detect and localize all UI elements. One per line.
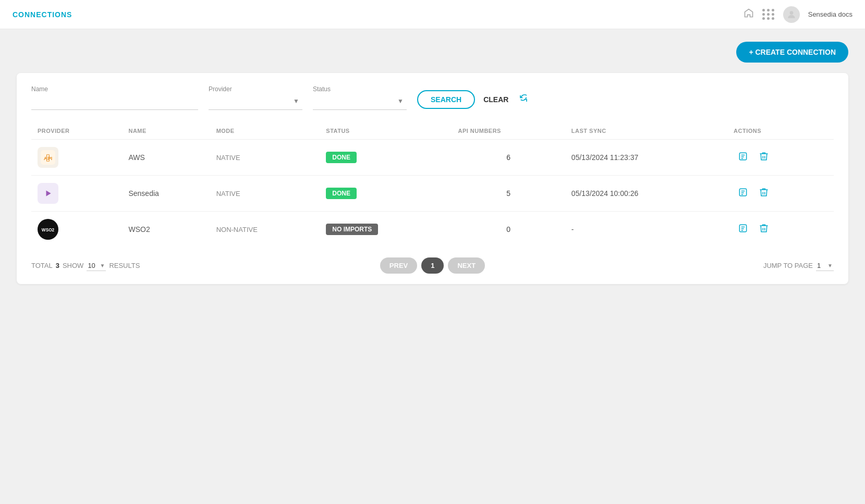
status-filter-label: Status [313, 85, 407, 93]
show-label: SHOW [63, 262, 83, 269]
show-select[interactable]: 10 25 50 [87, 261, 106, 271]
status-badge: DONE [326, 188, 357, 199]
table-header: PROVIDER NAME MODE STATUS API NUMBERS LA… [31, 122, 834, 140]
col-provider: PROVIDER [31, 122, 122, 140]
delete-action-button[interactable] [754, 221, 773, 238]
cell-provider: WSO2 [31, 212, 122, 248]
cell-name: AWS [122, 140, 210, 176]
main-content: + CREATE CONNECTION Name Provider AWS Se… [0, 29, 865, 297]
jump-select[interactable]: 1 [816, 261, 834, 271]
cell-api-numbers: 0 [452, 212, 565, 248]
total-info: TOTAL 3 SHOW 10 25 50 ▼ RESULTS [31, 261, 140, 271]
jump-label: JUMP TO PAGE [763, 262, 813, 269]
refresh-button[interactable] [517, 92, 530, 108]
pagination-row: TOTAL 3 SHOW 10 25 50 ▼ RESULTS PREV 1 N… [31, 257, 834, 274]
cell-name: WSO2 [122, 212, 210, 248]
avatar[interactable] [783, 6, 800, 23]
sensedia-provider-icon [38, 183, 58, 204]
app-title: CONNECTIONS [13, 10, 72, 19]
view-action-button[interactable] [734, 149, 752, 166]
connections-table-wrap: PROVIDER NAME MODE STATUS API NUMBERS LA… [31, 122, 834, 247]
wso2-provider-icon: WSO2 [38, 219, 58, 240]
grid-icon[interactable] [762, 9, 775, 20]
cell-provider [31, 176, 122, 212]
view-action-button[interactable] [734, 221, 752, 238]
results-label: RESULTS [109, 262, 140, 269]
cell-actions [727, 212, 834, 248]
delete-action-button[interactable] [754, 149, 773, 166]
status-filter-field: Status DONE NO IMPORTS ▼ [313, 85, 407, 110]
page-1-button[interactable]: 1 [421, 257, 444, 274]
table-header-row: PROVIDER NAME MODE STATUS API NUMBERS LA… [31, 122, 834, 140]
total-count: 3 [56, 262, 59, 269]
prev-page-button[interactable]: PREV [380, 257, 417, 274]
filter-actions: SEARCH CLEAR [417, 90, 530, 110]
jump-to-page: JUMP TO PAGE 1 ▼ [763, 261, 834, 271]
svg-point-0 [789, 11, 793, 15]
col-api-numbers: API NUMBERS [452, 122, 565, 140]
svg-text:WSO2: WSO2 [42, 228, 55, 232]
show-select-wrap: 10 25 50 ▼ [87, 261, 106, 271]
create-connection-button[interactable]: + CREATE CONNECTION [736, 42, 848, 63]
provider-filter-field: Provider AWS Sensedia WSO2 ▼ [209, 85, 302, 110]
cell-status: DONE [320, 176, 452, 212]
cell-mode: NON-NATIVE [210, 212, 320, 248]
connections-table: PROVIDER NAME MODE STATUS API NUMBERS LA… [31, 122, 834, 247]
cell-actions [727, 176, 834, 212]
provider-filter-label: Provider [209, 85, 302, 93]
cell-api-numbers: 5 [452, 176, 565, 212]
status-badge: NO IMPORTS [326, 224, 378, 235]
top-nav: CONNECTIONS Sensedia docs [0, 0, 865, 29]
create-btn-row: + CREATE CONNECTION [17, 42, 848, 63]
table-row: WSO2 WSO2 NON-NATIVE NO IMPORTS 0 - [31, 212, 834, 248]
col-mode: MODE [210, 122, 320, 140]
home-icon[interactable] [744, 8, 754, 21]
col-status: STATUS [320, 122, 452, 140]
cell-mode: NATIVE [210, 140, 320, 176]
cell-last-sync: 05/13/2024 10:00:26 [565, 176, 727, 212]
view-action-button[interactable] [734, 185, 752, 202]
cell-name: Sensedia [122, 176, 210, 212]
cell-last-sync: - [565, 212, 727, 248]
name-filter-field: Name [31, 85, 198, 110]
next-page-button[interactable]: NEXT [448, 257, 485, 274]
table-row: Sensedia NATIVE DONE 5 05/13/2024 10:00:… [31, 176, 834, 212]
jump-select-wrap: 1 ▼ [816, 261, 834, 271]
provider-filter-select[interactable]: AWS Sensedia WSO2 [209, 95, 302, 110]
svg-text:API: API [44, 155, 53, 161]
status-badge: DONE [326, 152, 357, 163]
col-last-sync: LAST SYNC [565, 122, 727, 140]
cell-status: NO IMPORTS [320, 212, 452, 248]
delete-action-button[interactable] [754, 185, 773, 202]
status-filter-select[interactable]: DONE NO IMPORTS [313, 95, 407, 110]
aws-provider-icon: {} API [38, 147, 58, 168]
filter-row: Name Provider AWS Sensedia WSO2 ▼ Status [31, 85, 834, 110]
cell-mode: NATIVE [210, 176, 320, 212]
cell-status: DONE [320, 140, 452, 176]
clear-button[interactable]: CLEAR [481, 91, 510, 108]
filter-card: Name Provider AWS Sensedia WSO2 ▼ Status [17, 73, 848, 284]
nav-right: Sensedia docs [744, 6, 852, 23]
docs-link[interactable]: Sensedia docs [808, 10, 852, 18]
name-filter-input[interactable] [31, 95, 198, 110]
cell-last-sync: 05/13/2024 11:23:37 [565, 140, 727, 176]
col-name: NAME [122, 122, 210, 140]
cell-provider: {} API [31, 140, 122, 176]
table-body: {} API AWS NATIVE DONE 6 05/13/2024 11:2… [31, 140, 834, 248]
table-row: {} API AWS NATIVE DONE 6 05/13/2024 11:2… [31, 140, 834, 176]
cell-api-numbers: 6 [452, 140, 565, 176]
name-filter-label: Name [31, 85, 198, 93]
col-actions: ACTIONS [727, 122, 834, 140]
cell-actions [727, 140, 834, 176]
total-label: TOTAL [31, 262, 53, 269]
search-button[interactable]: SEARCH [417, 90, 475, 109]
